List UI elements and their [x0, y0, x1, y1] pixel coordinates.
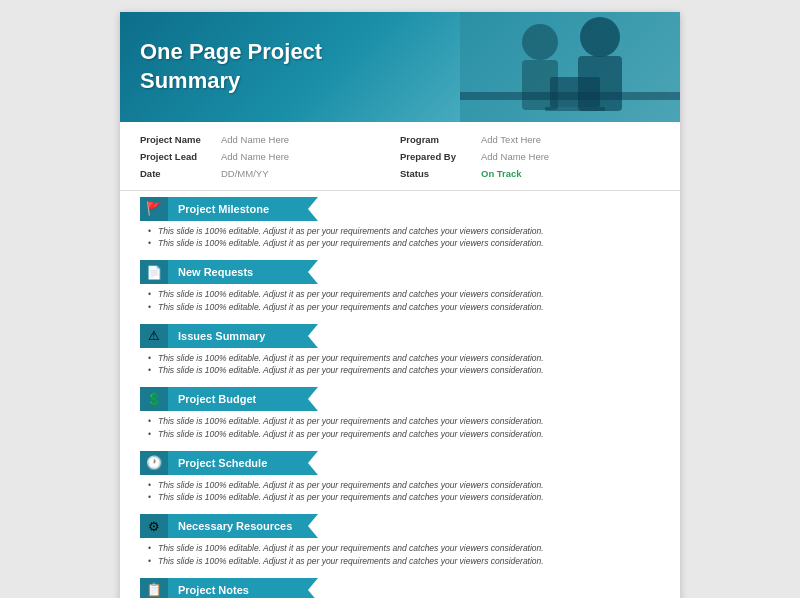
- bullet-item: This slide is 100% editable. Adjust it a…: [148, 415, 660, 428]
- section-bullets-necessary-resources: This slide is 100% editable. Adjust it a…: [140, 542, 660, 568]
- section-title-banner-necessary-resources: Necessary Resources: [168, 514, 308, 538]
- value-project-lead: Add Name Here: [221, 149, 289, 164]
- bullet-item: This slide is 100% editable. Adjust it a…: [148, 479, 660, 492]
- section-project-milestone: 🚩Project MilestoneThis slide is 100% edi…: [120, 191, 680, 255]
- section-title-project-notes: Project Notes: [178, 584, 249, 596]
- section-icon-issues-summary: ⚠: [140, 324, 168, 348]
- info-row-program: Program Add Text Here: [400, 132, 660, 147]
- bullet-item: This slide is 100% editable. Adjust it a…: [148, 555, 660, 568]
- section-project-budget: 💲Project BudgetThis slide is 100% editab…: [120, 381, 680, 445]
- label-project-name: Project Name: [140, 132, 215, 147]
- section-title-banner-project-milestone: Project Milestone: [168, 197, 308, 221]
- info-right: Program Add Text Here Prepared By Add Na…: [400, 132, 660, 182]
- section-bullets-project-budget: This slide is 100% editable. Adjust it a…: [140, 415, 660, 441]
- sections-container: 🚩Project MilestoneThis slide is 100% edi…: [120, 191, 680, 598]
- bullet-item: This slide is 100% editable. Adjust it a…: [148, 288, 660, 301]
- info-row-date: Date DD/MM/YY: [140, 166, 400, 181]
- bullet-item: This slide is 100% editable. Adjust it a…: [148, 364, 660, 377]
- section-title-banner-project-notes: Project Notes: [168, 578, 308, 598]
- info-row-project-name: Project Name Add Name Here: [140, 132, 400, 147]
- section-issues-summary: ⚠Issues SummaryThis slide is 100% editab…: [120, 318, 680, 382]
- section-header-issues-summary: ⚠Issues Summary: [140, 324, 660, 348]
- section-icon-project-schedule: 🕐: [140, 451, 168, 475]
- value-date: DD/MM/YY: [221, 166, 269, 181]
- section-title-new-requests: New Requests: [178, 266, 253, 278]
- section-icon-new-requests: 📄: [140, 260, 168, 284]
- bullet-item: This slide is 100% editable. Adjust it a…: [148, 352, 660, 365]
- section-title-banner-issues-summary: Issues Summary: [168, 324, 308, 348]
- bullet-item: This slide is 100% editable. Adjust it a…: [148, 428, 660, 441]
- svg-point-1: [522, 24, 558, 60]
- slide-header: One Page Project Summary: [120, 12, 680, 122]
- section-project-notes: 📋Project NotesThis slide is 100% editabl…: [120, 572, 680, 598]
- section-header-project-notes: 📋Project Notes: [140, 578, 660, 598]
- info-row-status: Status On Track: [400, 166, 660, 181]
- value-prepared-by: Add Name Here: [481, 149, 549, 164]
- section-title-project-milestone: Project Milestone: [178, 203, 269, 215]
- info-row-project-lead: Project Lead Add Name Here: [140, 149, 400, 164]
- info-row-prepared-by: Prepared By Add Name Here: [400, 149, 660, 164]
- section-bullets-issues-summary: This slide is 100% editable. Adjust it a…: [140, 352, 660, 378]
- label-program: Program: [400, 132, 475, 147]
- value-status: On Track: [481, 166, 522, 181]
- section-bullets-new-requests: This slide is 100% editable. Adjust it a…: [140, 288, 660, 314]
- label-prepared-by: Prepared By: [400, 149, 475, 164]
- slide-title: One Page Project Summary: [140, 38, 322, 95]
- section-icon-project-milestone: 🚩: [140, 197, 168, 221]
- page-container: One Page Project Summary Project Name Ad…: [0, 0, 800, 598]
- section-header-project-schedule: 🕐Project Schedule: [140, 451, 660, 475]
- section-title-banner-project-budget: Project Budget: [168, 387, 308, 411]
- section-header-project-milestone: 🚩Project Milestone: [140, 197, 660, 221]
- section-bullets-project-milestone: This slide is 100% editable. Adjust it a…: [140, 225, 660, 251]
- section-header-new-requests: 📄New Requests: [140, 260, 660, 284]
- svg-point-3: [580, 17, 620, 57]
- section-title-banner-project-schedule: Project Schedule: [168, 451, 308, 475]
- section-header-necessary-resources: ⚙Necessary Resources: [140, 514, 660, 538]
- section-necessary-resources: ⚙Necessary ResourcesThis slide is 100% e…: [120, 508, 680, 572]
- section-title-project-budget: Project Budget: [178, 393, 256, 405]
- section-icon-project-notes: 📋: [140, 578, 168, 598]
- bullet-item: This slide is 100% editable. Adjust it a…: [148, 237, 660, 250]
- section-title-issues-summary: Issues Summary: [178, 330, 265, 342]
- section-bullets-project-schedule: This slide is 100% editable. Adjust it a…: [140, 479, 660, 505]
- value-project-name: Add Name Here: [221, 132, 289, 147]
- label-date: Date: [140, 166, 215, 181]
- section-title-project-schedule: Project Schedule: [178, 457, 267, 469]
- label-project-lead: Project Lead: [140, 149, 215, 164]
- section-icon-project-budget: 💲: [140, 387, 168, 411]
- value-program: Add Text Here: [481, 132, 541, 147]
- info-grid: Project Name Add Name Here Project Lead …: [120, 122, 680, 191]
- slide: One Page Project Summary Project Name Ad…: [120, 12, 680, 598]
- section-new-requests: 📄New RequestsThis slide is 100% editable…: [120, 254, 680, 318]
- label-status: Status: [400, 166, 475, 181]
- bullet-item: This slide is 100% editable. Adjust it a…: [148, 301, 660, 314]
- info-left: Project Name Add Name Here Project Lead …: [140, 132, 400, 182]
- bullet-item: This slide is 100% editable. Adjust it a…: [148, 491, 660, 504]
- section-title-banner-new-requests: New Requests: [168, 260, 308, 284]
- section-title-necessary-resources: Necessary Resources: [178, 520, 292, 532]
- bullet-item: This slide is 100% editable. Adjust it a…: [148, 225, 660, 238]
- svg-rect-7: [545, 107, 605, 111]
- header-image: [460, 12, 680, 122]
- section-project-schedule: 🕐Project ScheduleThis slide is 100% edit…: [120, 445, 680, 509]
- section-icon-necessary-resources: ⚙: [140, 514, 168, 538]
- bullet-item: This slide is 100% editable. Adjust it a…: [148, 542, 660, 555]
- section-header-project-budget: 💲Project Budget: [140, 387, 660, 411]
- svg-rect-6: [550, 77, 600, 107]
